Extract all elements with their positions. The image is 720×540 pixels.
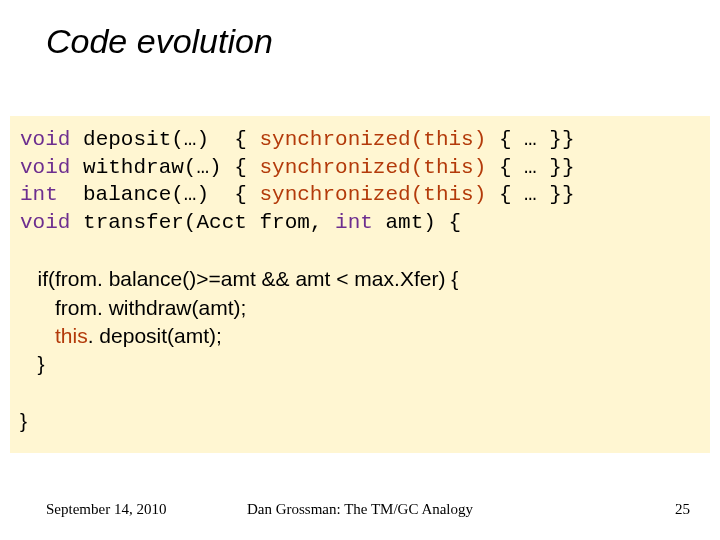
code-signatures: void deposit(…) { synchronized(this) { …… — [20, 126, 700, 237]
code-block: void deposit(…) { synchronized(this) { …… — [10, 116, 710, 453]
slide-title: Code evolution — [46, 22, 273, 61]
footer-title: Dan Grossman: The TM/GC Analogy — [0, 501, 720, 518]
slide: Code evolution void deposit(…) { synchro… — [0, 0, 720, 540]
footer-page-number: 25 — [675, 501, 690, 518]
code-body: if(from. balance()>=amt && amt < max.Xfe… — [20, 237, 700, 435]
